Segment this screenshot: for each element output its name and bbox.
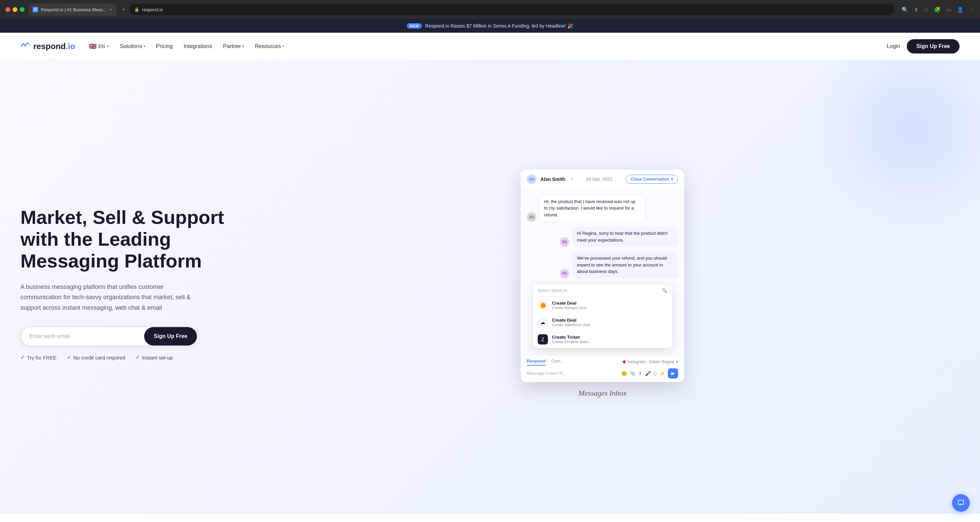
instagram-channel-badge: Instagram - Edwin Regina ▾ <box>623 358 678 366</box>
tab-favicon <box>33 7 38 12</box>
close-conversation-button[interactable]: Close Conversation ▾ <box>625 175 678 184</box>
chat-user-avatar: AS <box>527 175 536 184</box>
hero-signup-button[interactable]: Sign Up Free <box>144 327 197 345</box>
emoji-icon[interactable]: 😊 <box>621 371 627 376</box>
shortcut-dropdown: Select shortcut 🔍 🟠 Create Deal Create H… <box>533 285 672 348</box>
audio-icon[interactable]: 🎤 <box>645 371 651 376</box>
new-tab-button[interactable]: + <box>122 6 126 13</box>
chat-user-name: Alan Smith <box>541 177 565 182</box>
lightning-icon[interactable]: ⚡ <box>659 371 665 376</box>
email-input[interactable] <box>21 327 144 345</box>
nav-partner[interactable]: Partner ▾ <box>223 43 243 49</box>
hero-subtitle: A business messaging platform that unifi… <box>21 282 191 313</box>
message-row-1: AS Hi, the product that I have received … <box>527 194 678 222</box>
hero-left: Market, Sell & Supportwith the LeadingMe… <box>21 207 232 361</box>
tab-close-button[interactable]: ✕ <box>110 8 113 12</box>
navbar: respond.io 🇬🇧 EN ▾ Solutions ▾ Pricing I… <box>0 33 980 60</box>
traffic-lights <box>5 7 24 12</box>
sender-avatar-3: RG <box>560 269 570 279</box>
channel-chevron-icon[interactable]: ▾ <box>676 360 678 364</box>
template-icon[interactable]: {} <box>654 371 657 376</box>
check-icon-no-cc: ✓ <box>67 354 71 361</box>
nav-signup-button[interactable]: Sign Up Free <box>907 39 959 54</box>
hero-title: Market, Sell & Supportwith the LeadingMe… <box>21 207 232 272</box>
message-bubble-1: Hi, the product that I have received was… <box>539 194 645 222</box>
shortcut-search-icon: 🔍 <box>662 288 667 293</box>
hubspot-icon: 🟠 <box>538 300 548 310</box>
language-selector[interactable]: 🇬🇧 EN ▾ <box>89 43 109 50</box>
chat-messages: AS Hi, the product that I have received … <box>521 189 684 355</box>
check-icon-free: ✓ <box>21 354 25 361</box>
nav-actions: Login Sign Up Free <box>887 39 959 54</box>
message-bubble-2: Hi Regina, sorry to hear that the produc… <box>572 227 678 247</box>
share-icon[interactable]: ⬆ <box>914 6 918 13</box>
user-dropdown-icon[interactable]: ▾ <box>571 177 573 181</box>
nav-links: Solutions ▾ Pricing Integrations Partner… <box>119 43 887 49</box>
search-icon[interactable]: 🔍 <box>902 6 908 13</box>
tab-title: Respond.io | #1 Business Mess... <box>41 7 107 12</box>
email-form: Sign Up Free <box>21 326 197 346</box>
mockup-label: Messages Inbox <box>521 389 684 398</box>
send-button[interactable]: ▶ <box>668 368 678 379</box>
login-button[interactable]: Login <box>887 43 900 49</box>
message-bubble-3: We've processed your refund, and you sho… <box>572 251 678 279</box>
flag-icon: 🇬🇧 <box>89 43 96 50</box>
hero-section: Market, Sell & Supportwith the LeadingMe… <box>0 60 980 514</box>
shortcut-item-hubspot[interactable]: 🟠 Create Deal Create Hubspot deal <box>533 297 672 314</box>
minimize-window-button[interactable] <box>13 7 18 12</box>
message-row-3: We've processed your refund, and you sho… <box>527 251 678 279</box>
browser-tab[interactable]: Respond.io | #1 Business Mess... ✕ <box>29 3 116 16</box>
nav-resources[interactable]: Resources ▾ <box>255 43 284 49</box>
solutions-chevron-icon: ▾ <box>143 44 145 48</box>
chat-widget-button[interactable] <box>952 494 970 512</box>
trust-item-no-cc: ✓ No credit card required <box>67 354 126 361</box>
tab-comment[interactable]: Com... <box>551 358 564 366</box>
hero-right: AS Alan Smith ▾ 28 Sep, 2021 Close Conve… <box>245 170 959 398</box>
chat-toolbar: 😊 📎 ⬆ 🎤 {} ⚡ ▶ <box>621 368 678 379</box>
announcement-text: Respond.io Raises $7 Million in Series A… <box>425 23 573 29</box>
tab-respond[interactable]: Respond <box>527 358 546 366</box>
shortcut-hubspot-text: Create Deal Create Hubspot deal <box>552 301 586 310</box>
chat-date: 28 Sep, 2021 <box>586 177 612 181</box>
maximize-window-button[interactable] <box>20 7 24 12</box>
svg-point-0 <box>24 45 26 46</box>
clip-icon[interactable]: 📎 <box>630 371 635 376</box>
nav-solutions[interactable]: Solutions ▾ <box>119 43 145 49</box>
extensions-icon[interactable]: 🧩 <box>934 6 941 13</box>
logo-link[interactable]: respond.io <box>21 41 75 51</box>
shortcut-zendesk-text: Create Ticket Create Zendesk ticket <box>552 334 589 344</box>
address-bar[interactable]: 🔒 respond.io <box>129 4 895 15</box>
bookmark-icon[interactable]: ☆ <box>924 6 929 13</box>
upload-icon[interactable]: ⬆ <box>638 371 642 376</box>
partner-chevron-icon: ▾ <box>242 44 244 48</box>
browser-chrome: Respond.io | #1 Business Mess... ✕ + 🔒 r… <box>0 0 980 19</box>
logo-text: respond.io <box>33 41 75 51</box>
check-icon-instant: ✓ <box>135 354 140 361</box>
browser-actions: 🔍 ⬆ ☆ 🧩 ▭ 👤 ⋮ <box>902 6 975 13</box>
shortcut-placeholder: Select shortcut <box>538 288 659 293</box>
logo-icon <box>21 41 30 51</box>
menu-icon[interactable]: ⋮ <box>969 6 975 13</box>
resources-chevron-icon: ▾ <box>282 44 284 48</box>
chat-input[interactable]: Message Edwin R... <box>527 371 619 376</box>
shortcut-salesforce-text: Create Deal Create Salesforce deal <box>552 318 590 327</box>
close-window-button[interactable] <box>5 7 10 12</box>
lang-chevron-icon: ▾ <box>107 44 109 48</box>
shortcut-search-bar: Select shortcut 🔍 <box>533 285 672 297</box>
chat-input-row: Message Edwin R... 😊 📎 ⬆ 🎤 {} ⚡ ▶ <box>527 368 678 379</box>
close-conv-chevron-icon: ▾ <box>671 177 673 181</box>
nav-integrations[interactable]: Integrations <box>184 43 212 49</box>
announcement-bar: NEW Respond.io Raises $7 Million in Seri… <box>0 19 980 33</box>
reader-mode-icon[interactable]: ▭ <box>946 6 951 13</box>
profile-icon[interactable]: 👤 <box>957 6 964 13</box>
trust-badges: ✓ Try for FREE ✓ No credit card required… <box>21 354 232 361</box>
shortcut-item-salesforce[interactable]: ☁ Create Deal Create Salesforce deal <box>533 314 672 331</box>
nav-pricing[interactable]: Pricing <box>156 43 173 49</box>
new-badge: NEW <box>407 23 422 29</box>
chat-tabs: Respond Com... Instagram - Edwin Regina … <box>527 358 678 366</box>
zendesk-icon: Z <box>538 334 548 344</box>
sender-avatar-1: AS <box>527 212 536 222</box>
sender-avatar-2: RG <box>560 237 570 247</box>
shortcut-item-zendesk[interactable]: Z Create Ticket Create Zendesk ticket <box>533 331 672 348</box>
instagram-dot-icon <box>623 361 625 363</box>
